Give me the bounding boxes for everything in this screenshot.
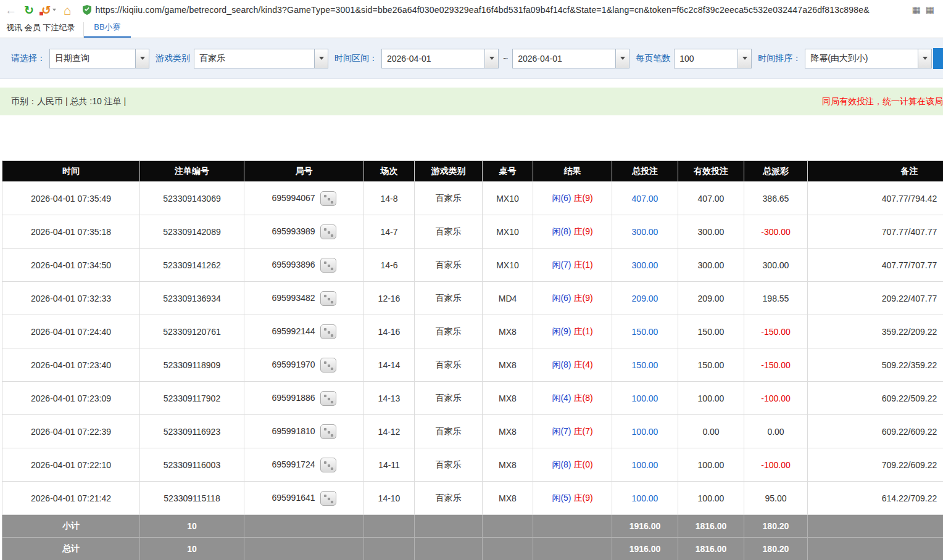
column-header: 注单编号 — [140, 161, 244, 182]
cell-total-bet[interactable]: 100.00 — [612, 415, 678, 448]
cell-total-bet[interactable]: 407.00 — [612, 182, 678, 215]
cell-time: 2026-04-01 07:22:10 — [2, 448, 140, 482]
bet-row: 2026-04-01 07:34:50523309141262695993896… — [2, 249, 943, 282]
dice-replay-icon[interactable] — [320, 424, 336, 439]
round-id: 695991886 — [272, 392, 315, 402]
cell-total-bet[interactable]: 300.00 — [612, 249, 678, 282]
cell-game-type: 百家乐 — [415, 348, 483, 382]
bet-row: 2026-04-01 07:23:40523309118909695991970… — [2, 348, 943, 382]
dice-replay-icon[interactable] — [320, 191, 336, 206]
cell-remark: 614.22/709.22 — [808, 482, 943, 515]
cell-table-no: MX8 — [483, 315, 533, 348]
cell-total-bet[interactable]: 100.00 — [612, 448, 678, 482]
cell-payout: -100.00 — [744, 382, 808, 415]
sort-order-value: 降幂(由大到小) — [805, 53, 868, 64]
player-result: 闲(7) — [552, 260, 571, 270]
bet-row: 2026-04-01 07:21:42523309115118695991641… — [2, 482, 943, 515]
cell-payout: -150.00 — [744, 348, 808, 382]
url-text[interactable]: https://kiqiiu.com/game/betrecord_search… — [96, 5, 905, 15]
game-type-value: 百家乐 — [194, 53, 225, 64]
chevron-down-icon — [615, 49, 629, 68]
cell-valid-bet: 209.00 — [678, 282, 744, 315]
cell-game-type: 百家乐 — [415, 282, 483, 315]
cell-total-bet[interactable]: 100.00 — [612, 482, 678, 515]
undo-button[interactable]: ↺ — [41, 4, 56, 16]
dice-replay-icon[interactable] — [320, 324, 336, 339]
cell-result: 闲(7)庄(7) — [533, 415, 612, 448]
dice-replay-icon[interactable] — [320, 391, 336, 406]
sort-order-select[interactable]: 降幂(由大到小) — [805, 49, 932, 68]
dice-replay-icon[interactable] — [320, 291, 336, 306]
cell-valid-bet: 300.00 — [678, 249, 744, 282]
cell-time: 2026-04-01 07:35:49 — [2, 182, 140, 215]
footer-cell: 1816.00 — [678, 515, 744, 538]
cell-game-type: 百家乐 — [415, 382, 483, 415]
cell-payout: -150.00 — [744, 315, 808, 348]
banker-result: 庄(7) — [574, 426, 593, 436]
chevron-down-icon — [918, 49, 931, 68]
cell-bet-id: 523309116003 — [140, 448, 244, 482]
banker-result: 庄(9) — [574, 193, 593, 203]
cell-time: 2026-04-01 07:35:18 — [2, 215, 140, 249]
extension-grid-icon-1[interactable]: ▦ — [912, 4, 921, 15]
footer-cell — [244, 515, 364, 538]
secure-shield-icon[interactable] — [83, 5, 91, 15]
filter-bar: 请选择： 日期查询 游戏类别 百家乐 时间区间： 2026-04-01 ~ 20… — [0, 38, 943, 79]
round-id: 695993989 — [272, 226, 315, 236]
bet-row: 2026-04-01 07:23:09523309117902695991886… — [2, 382, 943, 415]
footer-cell: 180.20 — [744, 538, 808, 560]
dice-replay-icon[interactable] — [320, 258, 336, 273]
footer-cell — [808, 538, 943, 560]
extension-grid-icon-2[interactable]: ▦ — [926, 4, 934, 15]
banker-result: 庄(0) — [574, 459, 593, 469]
date-to-select[interactable]: 2026-04-01 — [512, 49, 629, 68]
cell-table-no: MX8 — [483, 382, 533, 415]
bet-row: 2026-04-01 07:32:33523309136934695993482… — [2, 282, 943, 315]
dice-replay-icon[interactable] — [320, 224, 336, 239]
page-size-select[interactable]: 100 — [674, 49, 752, 68]
dice-replay-icon[interactable] — [320, 358, 336, 373]
banker-result: 庄(1) — [574, 260, 593, 270]
cell-remark: 709.22/609.22 — [808, 448, 943, 482]
footer-cell — [364, 538, 415, 560]
round-id: 695991970 — [272, 359, 315, 369]
cell-session: 14-7 — [364, 215, 415, 249]
cell-session: 12-16 — [364, 282, 415, 315]
tab-bb-games[interactable]: BB小赛 — [84, 22, 130, 38]
address-bar[interactable]: https://kiqiiu.com/game/betrecord_search… — [79, 2, 938, 18]
undo-badge — [39, 12, 43, 15]
player-result: 闲(5) — [552, 493, 571, 503]
footer-cell: 10 — [140, 515, 244, 538]
date-from-select[interactable]: 2026-04-01 — [381, 49, 499, 68]
banker-result: 庄(9) — [574, 226, 593, 236]
column-header: 结果 — [533, 161, 612, 182]
refresh-icon[interactable]: ↻ — [24, 4, 34, 16]
cell-total-bet[interactable]: 100.00 — [612, 382, 678, 415]
dice-replay-icon[interactable] — [320, 458, 336, 472]
cell-game-type: 百家乐 — [415, 448, 483, 482]
cell-valid-bet: 100.00 — [678, 482, 744, 515]
cell-total-bet[interactable]: 150.00 — [612, 348, 678, 382]
column-header: 局号 — [244, 161, 364, 182]
column-header: 游戏类别 — [415, 161, 483, 182]
cell-total-bet[interactable]: 150.00 — [612, 315, 678, 348]
cell-remark: 359.22/209.22 — [808, 315, 943, 348]
cell-total-bet[interactable]: 209.00 — [612, 282, 678, 315]
cell-game-type: 百家乐 — [415, 415, 483, 448]
query-type-select[interactable]: 日期查询 — [49, 49, 149, 68]
home-icon[interactable]: ⌂ — [64, 4, 72, 17]
query-type-label: 请选择： — [11, 53, 46, 64]
cell-session: 14-8 — [364, 182, 415, 215]
dice-replay-icon[interactable] — [320, 491, 336, 506]
cell-total-bet[interactable]: 300.00 — [612, 215, 678, 249]
cell-session: 14-11 — [364, 448, 415, 482]
cell-time: 2026-04-01 07:24:40 — [2, 315, 140, 348]
bet-records-table-wrap: 时间注单编号局号场次游戏类别桌号结果总投注有效投注总派彩备注 2026-04-0… — [2, 160, 943, 560]
game-type-select[interactable]: 百家乐 — [194, 49, 328, 68]
back-icon[interactable]: ← — [5, 4, 17, 16]
cell-session: 14-12 — [364, 415, 415, 448]
date-to-value: 2026-04-01 — [513, 54, 562, 64]
cell-round: 695993896 — [244, 249, 364, 282]
column-header: 备注 — [808, 161, 943, 182]
search-button[interactable]: 查询 — [933, 48, 943, 69]
